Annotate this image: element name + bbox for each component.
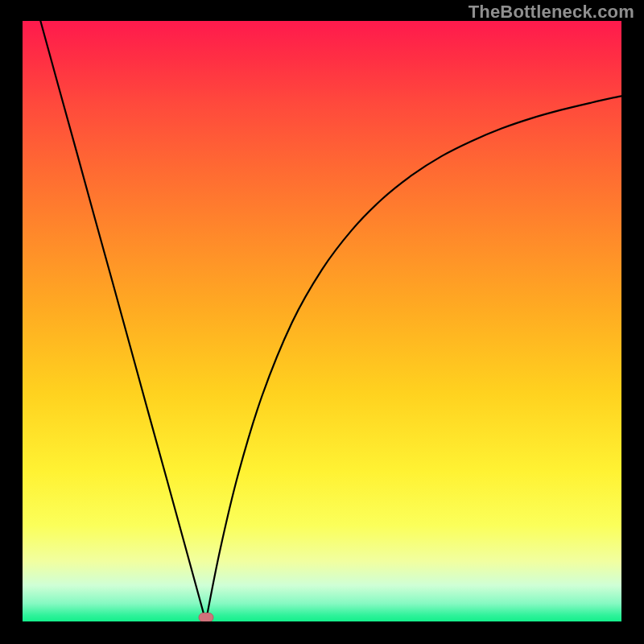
curve-layer [23,21,621,621]
plot-area [23,21,621,621]
watermark-text: TheBottleneck.com [469,2,634,23]
right-branch-line [206,96,621,621]
chart-frame: TheBottleneck.com [0,0,644,644]
left-branch-line [40,21,205,621]
minimum-marker [198,613,213,621]
